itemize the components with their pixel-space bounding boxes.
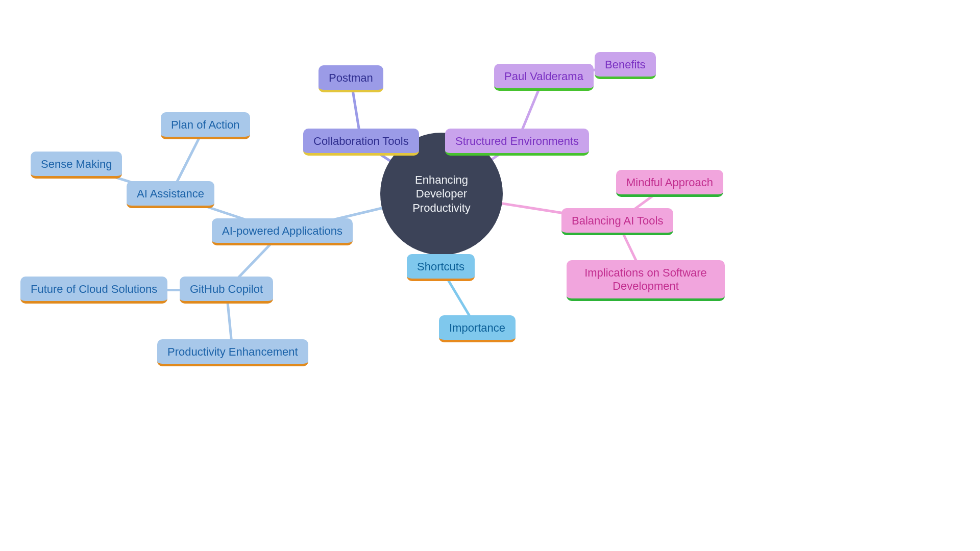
node-structured-environments: Structured Environments	[445, 129, 589, 156]
node-implications: Implications on Software Development	[567, 260, 725, 301]
node-sense-making: Sense Making	[31, 152, 122, 179]
node-future-cloud: Future of Cloud Solutions	[20, 277, 167, 304]
connection-lines	[0, 0, 980, 551]
node-postman: Postman	[318, 65, 383, 92]
node-collaboration-tools: Collaboration Tools	[303, 129, 419, 156]
node-importance: Importance	[439, 315, 516, 342]
node-plan-of-action: Plan of Action	[161, 112, 250, 139]
node-ai-powered-applications: AI-powered Applications	[212, 218, 353, 245]
node-shortcuts: Shortcuts	[407, 254, 475, 281]
mindmap-canvas: Enhancing Developer Productivity AI-powe…	[0, 0, 980, 551]
node-productivity-enhancement: Productivity Enhancement	[157, 339, 308, 366]
node-github-copilot: GitHub Copilot	[180, 277, 273, 304]
node-balancing-ai-tools: Balancing AI Tools	[561, 208, 673, 235]
node-benefits: Benefits	[595, 52, 656, 79]
node-mindful-approach: Mindful Approach	[616, 170, 723, 197]
node-paul-valderama: Paul Valderama	[494, 64, 594, 91]
node-ai-assistance: AI Assistance	[127, 181, 214, 208]
